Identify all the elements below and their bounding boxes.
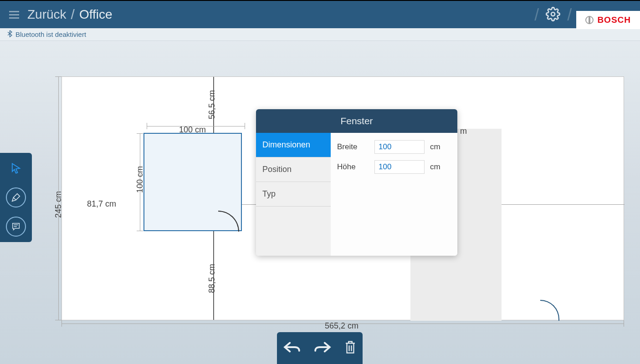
label-window-width: 100 cm bbox=[179, 125, 206, 135]
unit-width: cm bbox=[430, 142, 440, 152]
left-toolbar bbox=[0, 153, 32, 242]
label-window-height: 100 cm bbox=[135, 166, 145, 193]
panel-tabs: Dimensionen Position Typ bbox=[256, 133, 331, 256]
header-divider: / bbox=[534, 5, 539, 25]
brand-logo: BOSCH bbox=[576, 11, 640, 29]
tab-position[interactable]: Position bbox=[256, 157, 331, 182]
label-height: Höhe bbox=[337, 162, 369, 172]
label-width: Breite bbox=[337, 142, 369, 152]
page-title: Office bbox=[79, 7, 113, 22]
settings-icon[interactable] bbox=[546, 7, 560, 23]
window-swing-icon bbox=[218, 211, 239, 232]
label-top-seg: 56,5 cm bbox=[207, 90, 217, 119]
label-room-width: 565,2 cm bbox=[325, 321, 358, 331]
label-bottom-seg: 88,5 cm bbox=[207, 264, 217, 293]
dim-guide bbox=[61, 324, 624, 324]
bluetooth-icon bbox=[7, 30, 13, 39]
door-arc-icon bbox=[540, 300, 559, 321]
menu-icon[interactable] bbox=[9, 9, 19, 20]
undo-button[interactable] bbox=[283, 341, 301, 355]
redo-button[interactable] bbox=[314, 341, 331, 355]
input-height[interactable] bbox=[374, 160, 425, 174]
label-ext-unit: m bbox=[460, 126, 467, 136]
label-left-width: 81,7 cm bbox=[87, 199, 116, 209]
delete-button[interactable] bbox=[344, 340, 356, 356]
note-tool-button[interactable] bbox=[6, 217, 26, 237]
draw-tool-button[interactable] bbox=[6, 187, 26, 207]
select-tool-button[interactable] bbox=[6, 158, 26, 178]
status-bar: Bluetooth ist deaktiviert bbox=[0, 28, 640, 41]
svg-point-0 bbox=[551, 12, 555, 16]
back-button[interactable]: Zurück bbox=[27, 7, 67, 22]
bottom-toolbar bbox=[277, 332, 363, 364]
dim-guide bbox=[58, 76, 59, 320]
app-header: Zurück / Office / / BOSCH bbox=[0, 0, 640, 28]
properties-panel: Fenster Dimensionen Position Typ Breite … bbox=[256, 109, 457, 256]
tab-dimensions[interactable]: Dimensionen bbox=[256, 133, 331, 157]
unit-height: cm bbox=[430, 162, 440, 172]
panel-content: Breite cm Höhe cm bbox=[331, 133, 457, 256]
tab-type[interactable]: Typ bbox=[256, 182, 331, 207]
header-divider: / bbox=[567, 5, 572, 25]
input-width[interactable] bbox=[374, 140, 425, 154]
selected-window-object[interactable] bbox=[143, 133, 242, 231]
breadcrumb-separator: / bbox=[71, 7, 75, 22]
bluetooth-status-text: Bluetooth ist deaktiviert bbox=[15, 30, 86, 38]
panel-title: Fenster bbox=[256, 109, 457, 133]
